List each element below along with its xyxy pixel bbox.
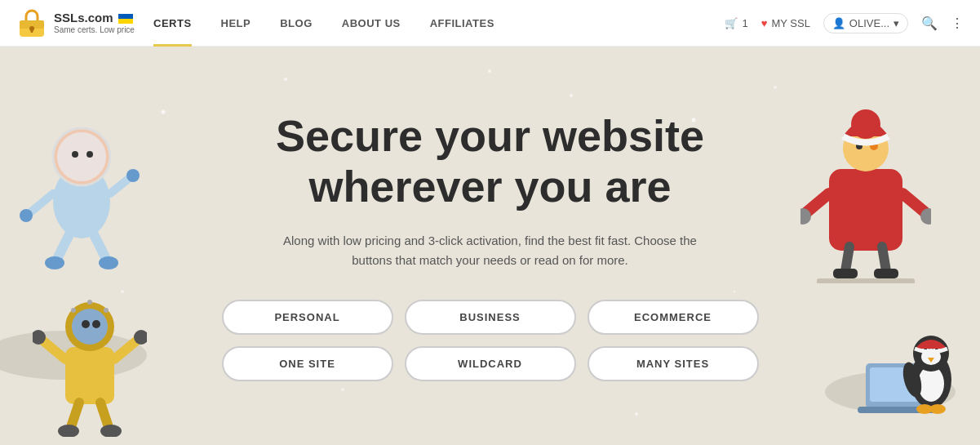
svg-point-45 — [104, 308, 109, 313]
svg-rect-3 — [31, 29, 33, 33]
diver-character — [33, 274, 147, 437]
nav-blog[interactable]: BLOG — [265, 0, 327, 47]
nav-help[interactable]: HELP — [206, 0, 266, 47]
svg-point-21 — [86, 151, 93, 158]
manysites-button[interactable]: MANY SITES — [588, 346, 759, 381]
svg-point-19 — [57, 132, 106, 181]
svg-point-20 — [72, 151, 78, 158]
hero-subtitle: Along with low pricing and 3-click activ… — [278, 231, 703, 270]
svg-point-44 — [71, 308, 76, 313]
more-menu-button[interactable]: ⋮ — [951, 16, 964, 31]
svg-line-57 — [882, 247, 886, 271]
svg-point-28 — [45, 256, 64, 269]
logo-subtitle: Same certs. Low price — [54, 25, 135, 34]
svg-point-25 — [126, 169, 140, 182]
svg-line-23 — [110, 177, 131, 194]
personal-button[interactable]: PERSONAL — [222, 300, 393, 335]
ukraine-flag — [118, 14, 133, 24]
lock-icon — [16, 7, 47, 38]
svg-rect-60 — [817, 278, 915, 283]
hero-buttons-row2: ONE SITE WILDCARD MANY SITES — [222, 346, 759, 381]
svg-line-40 — [71, 403, 79, 427]
svg-point-24 — [20, 209, 33, 222]
svg-rect-47 — [829, 169, 902, 251]
penguin-character — [833, 298, 972, 437]
nav-about[interactable]: ABOUT US — [327, 0, 415, 47]
svg-point-33 — [72, 309, 108, 345]
svg-line-26 — [57, 234, 69, 259]
nav-certs[interactable]: CERTS — [139, 0, 206, 47]
user-menu[interactable]: 👤 OLIVE... ▾ — [823, 13, 908, 33]
svg-line-22 — [29, 194, 53, 214]
nav-links: CERTS HELP BLOG ABOUT US AFFILIATES — [139, 0, 725, 47]
logo-text: SSLs.com Same certs. Low price — [54, 11, 135, 34]
svg-line-36 — [41, 339, 65, 359]
svg-rect-58 — [833, 269, 858, 278]
svg-point-14 — [488, 69, 491, 73]
user-icon: 👤 — [832, 17, 845, 29]
hero-buttons: PERSONAL BUSINESS ECOMMERCE ONE SITE WIL… — [222, 300, 759, 381]
nav-right: 🛒 1 ♥ MY SSL 👤 OLIVE... ▾ 🔍 ⋮ — [725, 13, 964, 33]
search-button[interactable]: 🔍 — [921, 16, 938, 31]
chevron-down-icon: ▾ — [894, 17, 899, 29]
svg-line-37 — [114, 339, 139, 359]
svg-point-4 — [162, 110, 166, 114]
wildcard-button[interactable]: WILDCARD — [405, 346, 576, 381]
redcoat-character — [800, 87, 931, 283]
svg-line-27 — [94, 234, 106, 259]
svg-point-46 — [87, 300, 92, 305]
navbar: SSLs.com Same certs. Low price CERTS HEL… — [0, 0, 980, 47]
svg-point-74 — [929, 404, 946, 414]
svg-point-34 — [82, 320, 90, 328]
ecommerce-button[interactable]: ECOMMERCE — [588, 300, 759, 335]
myssl-button[interactable]: ♥ MY SSL — [761, 17, 810, 29]
svg-line-41 — [100, 403, 109, 427]
svg-point-51 — [851, 109, 880, 139]
hero-content: Secure your website wherever you are Alo… — [206, 78, 775, 414]
svg-point-35 — [92, 320, 100, 328]
svg-rect-59 — [874, 269, 898, 278]
heart-icon: ♥ — [761, 17, 768, 29]
cart-button[interactable]: 🛒 1 — [725, 17, 747, 29]
hero-buttons-row1: PERSONAL BUSINESS ECOMMERCE — [222, 300, 759, 335]
nav-affiliates[interactable]: AFFILIATES — [415, 0, 509, 47]
cart-icon: 🛒 — [725, 17, 738, 29]
myssl-label: MY SSL — [771, 17, 809, 29]
hero-title: Secure your website wherever you are — [222, 110, 759, 211]
logo[interactable]: SSLs.com Same certs. Low price — [16, 7, 139, 38]
logo-title: SSLs.com — [54, 11, 135, 25]
hero-section: Secure your website wherever you are Alo… — [0, 47, 980, 445]
astronaut-character — [16, 96, 147, 275]
business-button[interactable]: BUSINESS — [405, 300, 576, 335]
svg-rect-31 — [65, 347, 114, 404]
svg-point-29 — [99, 256, 118, 269]
svg-line-56 — [845, 247, 849, 271]
cart-count: 1 — [742, 17, 747, 29]
user-name: OLIVE... — [849, 17, 889, 29]
onesite-button[interactable]: ONE SITE — [222, 346, 393, 381]
